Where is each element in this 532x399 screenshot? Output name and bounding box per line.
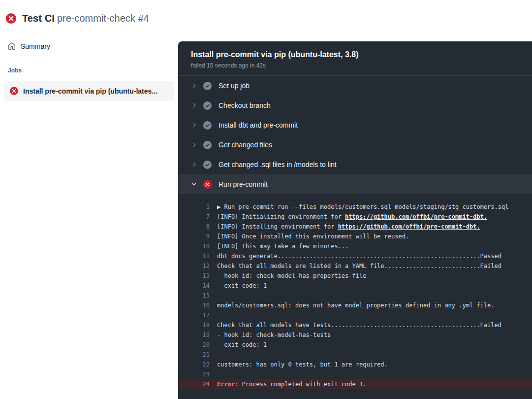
log-text-segment: Process completed with exit code 1. <box>242 381 367 388</box>
log-line-number[interactable]: 7 <box>191 212 210 222</box>
log-line-number[interactable]: 10 <box>191 241 210 251</box>
log-line-text: Error: Process completed with exit code … <box>217 379 366 389</box>
job-item-label: Install pre-commit via pip (ubuntu-lates… <box>23 87 157 95</box>
log-link[interactable]: https://github.com/offbi/pre-commit-dbt. <box>338 223 480 230</box>
job-log-panel: Install pre-commit via pip (ubuntu-lates… <box>178 41 532 399</box>
log-line: 20- exit code: 1 <box>178 340 532 350</box>
log-text-segment: customers: has only 0 tests, but 1 are r… <box>217 361 388 368</box>
log-line-number[interactable]: 24 <box>191 379 210 389</box>
step-row-install-dbt-and-pre-commit[interactable]: Install dbt and pre-commit <box>178 115 532 135</box>
log-line-number[interactable]: 20 <box>191 340 210 350</box>
step-label: Get changed .sql files in /models to lin… <box>219 161 337 168</box>
log-line: 1▶ Run pre-commit run --files models/cus… <box>178 202 532 212</box>
job-status-line: failed 15 seconds ago in 42s <box>191 62 519 69</box>
log-line-text: - exit code: 1 <box>217 281 267 291</box>
chevron-right-icon <box>190 102 197 109</box>
log-line-number[interactable]: 15 <box>191 291 210 300</box>
sidebar-item-summary[interactable]: Summary <box>0 37 178 55</box>
sidebar: Summary Jobs Install pre-commit via pip … <box>0 37 178 101</box>
log-line-text: - exit code: 1 <box>217 340 267 350</box>
step-row-checkout-branch[interactable]: Checkout branch <box>178 96 532 115</box>
run-name: pre-commit-check #4 <box>57 13 149 24</box>
log-text-segment: [INFO] Installing environment for <box>217 223 338 230</box>
step-label: Run pre-commit <box>219 180 268 188</box>
step-success-icon <box>203 161 212 169</box>
step-success-icon <box>203 101 212 110</box>
log-text-segment: Check that all models are listed in a YA… <box>217 263 501 269</box>
log-text-segment: models/customers.sql: does not have mode… <box>217 302 495 309</box>
step-row-set-up-job[interactable]: Set up job <box>178 76 532 96</box>
chevron-right-icon <box>190 122 197 129</box>
log-line-number[interactable]: 1 <box>191 202 210 212</box>
chevron-right-icon <box>190 161 197 168</box>
log-text-segment: - hook id: check-model-has-properties-fi… <box>217 272 366 279</box>
log-line-number[interactable]: 16 <box>191 300 210 310</box>
job-failed-icon <box>10 87 18 95</box>
log-line-number[interactable]: 13 <box>191 271 210 281</box>
workflow-name: Test CI <box>22 13 55 24</box>
log-text-segment: - exit code: 1 <box>217 282 267 289</box>
log-line-number[interactable]: 22 <box>191 360 210 369</box>
log-text-segment: [INFO] Once installed this environment w… <box>217 233 409 240</box>
steps-list: Set up jobCheckout branchInstall dbt and… <box>178 76 532 194</box>
log-line-number[interactable]: 14 <box>191 281 210 291</box>
log-line-text: [INFO] This may take a few minutes... <box>217 241 348 251</box>
log-line: 18Check that all models have tests......… <box>178 320 532 330</box>
run-failed-icon <box>6 13 16 24</box>
log-line: 14- exit code: 1 <box>178 281 532 291</box>
step-success-icon <box>203 141 212 149</box>
log-text-segment: - hook id: check-model-has-tests <box>217 332 331 338</box>
log-line: 21 <box>178 350 532 360</box>
log-line: 7[INFO] Initializing environment for htt… <box>178 212 532 222</box>
log-line-number[interactable]: 9 <box>191 232 210 241</box>
log-line-text: - hook id: check-model-has-tests <box>217 330 331 340</box>
log-group-arrow-icon[interactable]: ▶ <box>217 203 224 210</box>
chevron-right-icon <box>190 82 197 89</box>
step-label: Get changed files <box>219 141 272 149</box>
step-row-get-changed-sql-files-in-models-to-lint[interactable]: Get changed .sql files in /models to lin… <box>178 155 532 174</box>
log-line: 12Check that all models are listed in a … <box>178 261 532 271</box>
log-line-number[interactable]: 23 <box>191 369 210 379</box>
log-output: 1▶ Run pre-commit run --files models/cus… <box>178 194 532 389</box>
log-line-text: models/customers.sql: does not have mode… <box>217 300 495 310</box>
job-panel-header: Install pre-commit via pip (ubuntu-lates… <box>178 41 532 76</box>
log-line-text: dbt docs generate.......................… <box>217 251 501 261</box>
log-line-number[interactable]: 12 <box>191 261 210 271</box>
sidebar-job-item[interactable]: Install pre-commit via pip (ubuntu-lates… <box>4 81 174 101</box>
log-line: 19- hook id: check-model-has-tests <box>178 330 532 340</box>
log-line: 9[INFO] Once installed this environment … <box>178 232 532 241</box>
log-line-text: - hook id: check-model-has-properties-fi… <box>217 271 366 281</box>
log-text-segment: Check that all models have tests........… <box>217 322 501 329</box>
log-line: 8[INFO] Installing environment for https… <box>178 222 532 232</box>
log-text-segment: dbt docs generate.......................… <box>217 253 501 260</box>
log-link[interactable]: https://github.com/offbi/pre-commit-dbt. <box>345 213 487 220</box>
log-text-segment: Run pre-commit run --files models/custom… <box>224 203 508 210</box>
log-line-text: Check that all models have tests........… <box>217 320 501 330</box>
step-row-run-pre-commit[interactable]: Run pre-commit <box>178 174 532 194</box>
log-line-number[interactable]: 8 <box>191 222 210 232</box>
log-line-number[interactable]: 11 <box>191 251 210 261</box>
log-line: 15 <box>178 291 532 300</box>
log-text-segment: - exit code: 1 <box>217 341 267 348</box>
step-success-icon <box>203 121 212 130</box>
log-line-number[interactable]: 18 <box>191 320 210 330</box>
log-line-text: ▶ Run pre-commit run --files models/cust… <box>217 202 508 212</box>
log-line-number[interactable]: 19 <box>191 330 210 340</box>
step-failed-icon <box>203 180 212 189</box>
job-title: Install pre-commit via pip (ubuntu-lates… <box>191 50 519 59</box>
log-line-text: [INFO] Initializing environment for http… <box>217 212 487 222</box>
summary-label: Summary <box>21 42 50 50</box>
log-line-text: [INFO] Once installed this environment w… <box>217 232 409 241</box>
log-line: 17 <box>178 310 532 320</box>
log-line: 11dbt docs generate.....................… <box>178 251 532 261</box>
log-text-segment: [INFO] Initializing environment for <box>217 213 345 220</box>
log-line-number[interactable]: 17 <box>191 310 210 320</box>
jobs-heading: Jobs <box>0 67 178 74</box>
log-line: 10[INFO] This may take a few minutes... <box>178 241 532 251</box>
log-line: 22customers: has only 0 tests, but 1 are… <box>178 360 532 369</box>
log-line-text: Check that all models are listed in a YA… <box>217 261 501 271</box>
step-row-get-changed-files[interactable]: Get changed files <box>178 135 532 155</box>
log-line: 16models/customers.sql: does not have mo… <box>178 300 532 310</box>
log-line-number[interactable]: 21 <box>191 350 210 360</box>
log-line-error: 24Error: Process completed with exit cod… <box>178 379 532 389</box>
